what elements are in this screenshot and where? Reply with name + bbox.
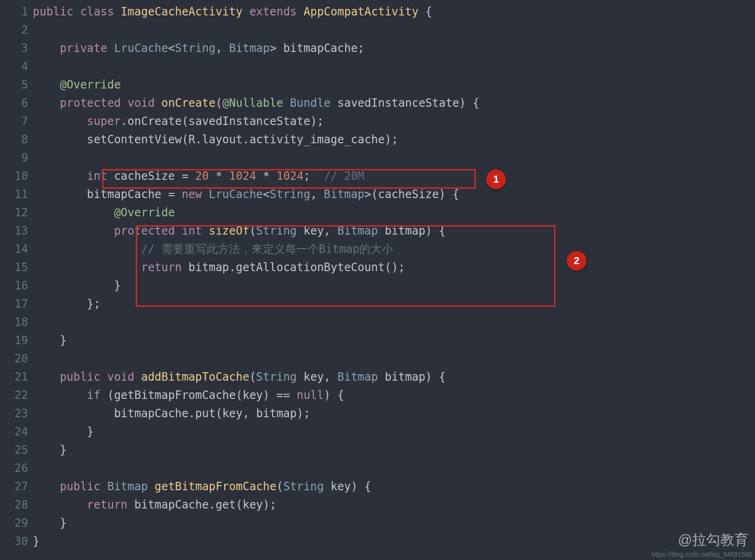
code-line: }	[33, 441, 755, 459]
code-token: bitmap) {	[378, 370, 446, 383]
code-token: <	[168, 42, 175, 55]
code-token: int	[87, 169, 107, 183]
code-token: // 需要重写此方法，来定义每一个Bitmap的大小	[141, 243, 393, 256]
code-line: bitmapCache.put(key, bitmap);	[33, 405, 755, 423]
code-token	[101, 480, 107, 493]
code-token: ;	[303, 169, 324, 183]
code-line: return bitmap.getAllocationByteCount();	[33, 258, 755, 277]
code-token: ) {	[324, 389, 344, 402]
code-token: new	[182, 188, 202, 201]
code-line: private LruCache<String, Bitmap> bitmapC…	[33, 39, 755, 58]
code-token: LruCache	[209, 188, 263, 201]
code-token: *	[256, 169, 276, 183]
line-number: 19	[0, 332, 28, 350]
code-line	[33, 313, 755, 332]
code-token: savedInstanceState) {	[331, 96, 480, 110]
code-token: getBitmapFromCache	[155, 480, 276, 493]
code-line: }	[33, 423, 755, 441]
code-token: .onCreate(savedInstanceState);	[121, 115, 324, 128]
line-number-gutter: 1234567891011121314151617181920212223242…	[0, 0, 33, 551]
code-line: super.onCreate(savedInstanceState);	[33, 112, 755, 131]
code-line: protected void onCreate(@Nullable Bundle…	[33, 94, 755, 112]
code-line: }	[33, 514, 755, 532]
code-token: (	[276, 480, 283, 493]
code-token: key,	[297, 224, 338, 237]
line-number: 9	[0, 149, 28, 167]
line-number: 4	[0, 58, 28, 76]
code-line: bitmapCache = new LruCache<String, Bitma…	[33, 185, 755, 204]
code-line: // 需要重写此方法，来定义每一个Bitmap的大小	[33, 240, 755, 258]
code-token: ,	[215, 42, 229, 55]
code-token: null	[297, 389, 324, 402]
line-number: 21	[0, 368, 28, 386]
annotation-badge-1: 1	[486, 169, 506, 189]
footer-url: https://blog.csdn.net/qq_34681580	[651, 551, 752, 558]
line-number: 15	[0, 258, 28, 277]
code-line	[33, 350, 755, 368]
code-line: }	[33, 277, 755, 295]
code-area: public class ImageCacheActivity extends …	[33, 0, 755, 551]
code-token: return	[141, 261, 182, 274]
code-line: @Override	[33, 76, 755, 94]
code-token: String	[283, 480, 324, 493]
code-token: protected int	[114, 224, 202, 237]
line-number: 20	[0, 350, 28, 368]
code-token: @Override	[114, 206, 175, 219]
code-line	[33, 21, 755, 39]
code-token: ,	[310, 188, 324, 201]
code-token: public class	[33, 5, 114, 18]
line-number: 17	[0, 295, 28, 313]
code-token: public void	[60, 370, 134, 383]
line-number: 24	[0, 423, 28, 441]
code-token	[107, 42, 114, 55]
code-token: 1024	[229, 169, 256, 183]
code-token: }	[33, 334, 67, 347]
code-token: public	[60, 480, 101, 493]
code-token	[33, 206, 114, 219]
line-number: 7	[0, 112, 28, 131]
code-line	[33, 58, 755, 76]
line-number: 5	[0, 76, 28, 94]
code-token: (	[249, 224, 256, 237]
code-token: String	[175, 42, 215, 55]
code-token	[155, 96, 161, 110]
code-token: {	[419, 5, 432, 18]
code-token: sizeOf	[209, 224, 250, 237]
code-token: (	[249, 370, 256, 383]
code-token	[33, 389, 87, 402]
code-editor: 1234567891011121314151617181920212223242…	[0, 0, 755, 551]
code-token: Bitmap	[107, 480, 148, 493]
code-token: private	[60, 42, 107, 55]
code-token: protected void	[60, 96, 155, 110]
code-token: bitmap) {	[378, 224, 446, 237]
line-number: 25	[0, 441, 28, 459]
code-token: }	[33, 535, 39, 548]
code-token	[202, 224, 208, 237]
code-line: return bitmapCache.get(key);	[33, 496, 755, 514]
code-line: if (getBitmapFromCache(key) == null) {	[33, 386, 755, 405]
line-number: 30	[0, 532, 28, 551]
code-token	[297, 5, 303, 18]
code-line	[33, 459, 755, 478]
code-token: super	[87, 115, 121, 128]
code-token: @Nullable	[222, 96, 283, 110]
code-token: };	[33, 297, 101, 310]
code-token	[33, 42, 60, 55]
code-token	[283, 96, 290, 110]
code-token: }	[33, 425, 94, 438]
code-token: 20	[195, 169, 209, 183]
code-line: int cacheSize = 20 * 1024 * 1024; // 20M	[33, 167, 755, 185]
line-number: 6	[0, 94, 28, 112]
watermark: @拉勾教育	[678, 531, 748, 550]
code-token: Bundle	[290, 96, 331, 110]
code-token	[243, 5, 249, 18]
code-token	[134, 370, 141, 383]
code-token: @Override	[60, 78, 121, 91]
code-token: String	[256, 224, 297, 237]
line-number: 23	[0, 405, 28, 423]
code-token: }	[33, 443, 67, 457]
badge-label: 2	[574, 255, 579, 267]
code-token: String	[256, 370, 297, 383]
code-token	[33, 96, 60, 110]
line-number: 11	[0, 185, 28, 204]
